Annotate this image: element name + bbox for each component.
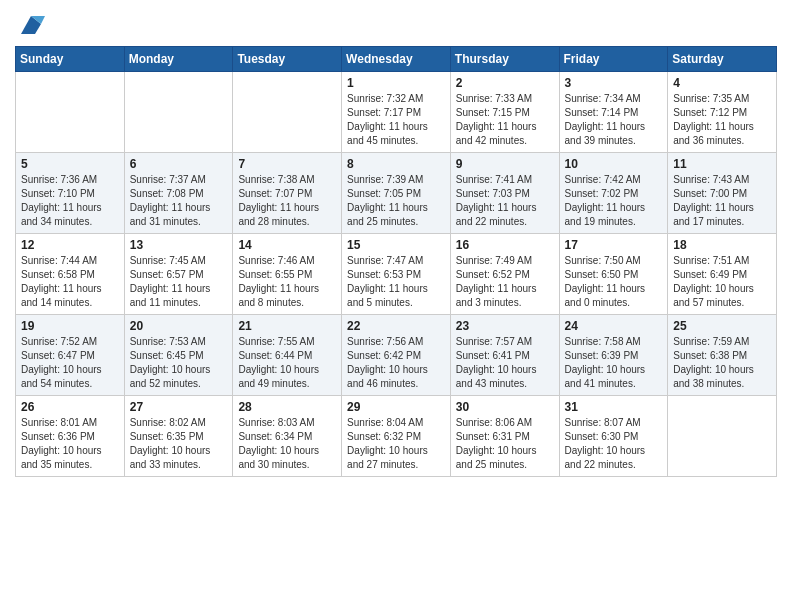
day-number: 25: [673, 319, 771, 333]
header-saturday: Saturday: [668, 47, 777, 72]
calendar-cell: 19Sunrise: 7:52 AMSunset: 6:47 PMDayligh…: [16, 315, 125, 396]
header-friday: Friday: [559, 47, 668, 72]
calendar-table: Sunday Monday Tuesday Wednesday Thursday…: [15, 46, 777, 477]
calendar-cell: 15Sunrise: 7:47 AMSunset: 6:53 PMDayligh…: [342, 234, 451, 315]
calendar-cell: 18Sunrise: 7:51 AMSunset: 6:49 PMDayligh…: [668, 234, 777, 315]
calendar-cell: 17Sunrise: 7:50 AMSunset: 6:50 PMDayligh…: [559, 234, 668, 315]
day-detail: Sunrise: 7:38 AMSunset: 7:07 PMDaylight:…: [238, 173, 336, 229]
calendar-cell: 6Sunrise: 7:37 AMSunset: 7:08 PMDaylight…: [124, 153, 233, 234]
calendar-cell: 30Sunrise: 8:06 AMSunset: 6:31 PMDayligh…: [450, 396, 559, 477]
calendar-cell: [668, 396, 777, 477]
page-header: [15, 10, 777, 38]
day-number: 22: [347, 319, 445, 333]
day-number: 5: [21, 157, 119, 171]
calendar-cell: [233, 72, 342, 153]
day-detail: Sunrise: 7:58 AMSunset: 6:39 PMDaylight:…: [565, 335, 663, 391]
calendar-cell: 2Sunrise: 7:33 AMSunset: 7:15 PMDaylight…: [450, 72, 559, 153]
day-detail: Sunrise: 7:35 AMSunset: 7:12 PMDaylight:…: [673, 92, 771, 148]
day-number: 27: [130, 400, 228, 414]
day-detail: Sunrise: 7:32 AMSunset: 7:17 PMDaylight:…: [347, 92, 445, 148]
calendar-cell: 13Sunrise: 7:45 AMSunset: 6:57 PMDayligh…: [124, 234, 233, 315]
calendar-cell: 16Sunrise: 7:49 AMSunset: 6:52 PMDayligh…: [450, 234, 559, 315]
day-number: 14: [238, 238, 336, 252]
calendar-cell: [124, 72, 233, 153]
calendar-cell: [16, 72, 125, 153]
day-number: 9: [456, 157, 554, 171]
day-number: 24: [565, 319, 663, 333]
calendar-week-row: 19Sunrise: 7:52 AMSunset: 6:47 PMDayligh…: [16, 315, 777, 396]
day-detail: Sunrise: 7:52 AMSunset: 6:47 PMDaylight:…: [21, 335, 119, 391]
day-number: 15: [347, 238, 445, 252]
day-number: 3: [565, 76, 663, 90]
day-number: 6: [130, 157, 228, 171]
day-detail: Sunrise: 7:46 AMSunset: 6:55 PMDaylight:…: [238, 254, 336, 310]
day-detail: Sunrise: 8:03 AMSunset: 6:34 PMDaylight:…: [238, 416, 336, 472]
day-detail: Sunrise: 7:50 AMSunset: 6:50 PMDaylight:…: [565, 254, 663, 310]
header-sunday: Sunday: [16, 47, 125, 72]
calendar-cell: 31Sunrise: 8:07 AMSunset: 6:30 PMDayligh…: [559, 396, 668, 477]
day-number: 30: [456, 400, 554, 414]
day-detail: Sunrise: 7:44 AMSunset: 6:58 PMDaylight:…: [21, 254, 119, 310]
day-number: 29: [347, 400, 445, 414]
day-number: 16: [456, 238, 554, 252]
day-detail: Sunrise: 7:59 AMSunset: 6:38 PMDaylight:…: [673, 335, 771, 391]
calendar-cell: 21Sunrise: 7:55 AMSunset: 6:44 PMDayligh…: [233, 315, 342, 396]
day-number: 19: [21, 319, 119, 333]
day-detail: Sunrise: 7:42 AMSunset: 7:02 PMDaylight:…: [565, 173, 663, 229]
day-number: 23: [456, 319, 554, 333]
day-number: 12: [21, 238, 119, 252]
calendar-cell: 4Sunrise: 7:35 AMSunset: 7:12 PMDaylight…: [668, 72, 777, 153]
day-number: 28: [238, 400, 336, 414]
calendar-cell: 23Sunrise: 7:57 AMSunset: 6:41 PMDayligh…: [450, 315, 559, 396]
day-number: 26: [21, 400, 119, 414]
day-number: 10: [565, 157, 663, 171]
day-detail: Sunrise: 7:43 AMSunset: 7:00 PMDaylight:…: [673, 173, 771, 229]
day-detail: Sunrise: 7:34 AMSunset: 7:14 PMDaylight:…: [565, 92, 663, 148]
day-detail: Sunrise: 7:45 AMSunset: 6:57 PMDaylight:…: [130, 254, 228, 310]
calendar-cell: 27Sunrise: 8:02 AMSunset: 6:35 PMDayligh…: [124, 396, 233, 477]
calendar-cell: 25Sunrise: 7:59 AMSunset: 6:38 PMDayligh…: [668, 315, 777, 396]
day-number: 17: [565, 238, 663, 252]
calendar-cell: 12Sunrise: 7:44 AMSunset: 6:58 PMDayligh…: [16, 234, 125, 315]
day-detail: Sunrise: 7:36 AMSunset: 7:10 PMDaylight:…: [21, 173, 119, 229]
header-wednesday: Wednesday: [342, 47, 451, 72]
calendar-cell: 14Sunrise: 7:46 AMSunset: 6:55 PMDayligh…: [233, 234, 342, 315]
day-number: 1: [347, 76, 445, 90]
day-detail: Sunrise: 7:41 AMSunset: 7:03 PMDaylight:…: [456, 173, 554, 229]
day-number: 31: [565, 400, 663, 414]
day-detail: Sunrise: 7:53 AMSunset: 6:45 PMDaylight:…: [130, 335, 228, 391]
calendar-cell: 28Sunrise: 8:03 AMSunset: 6:34 PMDayligh…: [233, 396, 342, 477]
day-detail: Sunrise: 8:04 AMSunset: 6:32 PMDaylight:…: [347, 416, 445, 472]
calendar-week-row: 1Sunrise: 7:32 AMSunset: 7:17 PMDaylight…: [16, 72, 777, 153]
day-number: 18: [673, 238, 771, 252]
calendar-cell: 7Sunrise: 7:38 AMSunset: 7:07 PMDaylight…: [233, 153, 342, 234]
calendar-cell: 1Sunrise: 7:32 AMSunset: 7:17 PMDaylight…: [342, 72, 451, 153]
day-detail: Sunrise: 7:37 AMSunset: 7:08 PMDaylight:…: [130, 173, 228, 229]
logo: [15, 10, 45, 38]
day-detail: Sunrise: 7:51 AMSunset: 6:49 PMDaylight:…: [673, 254, 771, 310]
day-detail: Sunrise: 8:07 AMSunset: 6:30 PMDaylight:…: [565, 416, 663, 472]
day-number: 7: [238, 157, 336, 171]
day-detail: Sunrise: 7:47 AMSunset: 6:53 PMDaylight:…: [347, 254, 445, 310]
calendar-week-row: 26Sunrise: 8:01 AMSunset: 6:36 PMDayligh…: [16, 396, 777, 477]
day-detail: Sunrise: 8:02 AMSunset: 6:35 PMDaylight:…: [130, 416, 228, 472]
calendar-cell: 9Sunrise: 7:41 AMSunset: 7:03 PMDaylight…: [450, 153, 559, 234]
logo-icon: [17, 10, 45, 38]
calendar-cell: 22Sunrise: 7:56 AMSunset: 6:42 PMDayligh…: [342, 315, 451, 396]
calendar-cell: 11Sunrise: 7:43 AMSunset: 7:00 PMDayligh…: [668, 153, 777, 234]
calendar-cell: 5Sunrise: 7:36 AMSunset: 7:10 PMDaylight…: [16, 153, 125, 234]
day-number: 11: [673, 157, 771, 171]
day-detail: Sunrise: 7:49 AMSunset: 6:52 PMDaylight:…: [456, 254, 554, 310]
header-tuesday: Tuesday: [233, 47, 342, 72]
day-detail: Sunrise: 7:33 AMSunset: 7:15 PMDaylight:…: [456, 92, 554, 148]
calendar-page: Sunday Monday Tuesday Wednesday Thursday…: [0, 0, 792, 612]
day-number: 13: [130, 238, 228, 252]
calendar-cell: 29Sunrise: 8:04 AMSunset: 6:32 PMDayligh…: [342, 396, 451, 477]
calendar-cell: 24Sunrise: 7:58 AMSunset: 6:39 PMDayligh…: [559, 315, 668, 396]
day-number: 8: [347, 157, 445, 171]
day-detail: Sunrise: 8:06 AMSunset: 6:31 PMDaylight:…: [456, 416, 554, 472]
weekday-header-row: Sunday Monday Tuesday Wednesday Thursday…: [16, 47, 777, 72]
day-detail: Sunrise: 7:55 AMSunset: 6:44 PMDaylight:…: [238, 335, 336, 391]
day-number: 20: [130, 319, 228, 333]
calendar-cell: 26Sunrise: 8:01 AMSunset: 6:36 PMDayligh…: [16, 396, 125, 477]
